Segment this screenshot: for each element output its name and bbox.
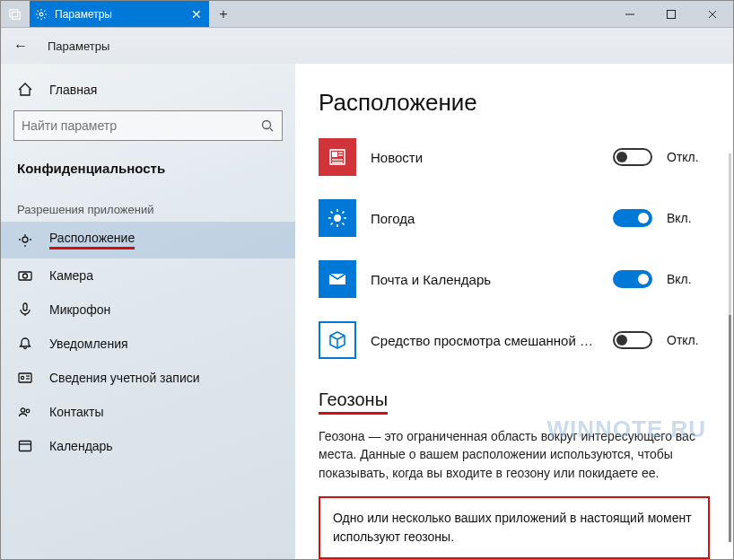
app-row-weather: Погода Вкл. <box>319 199 710 237</box>
minimize-button[interactable] <box>609 1 651 27</box>
scrollbar[interactable] <box>729 153 731 542</box>
sidebar-home-label: Главная <box>49 83 97 97</box>
location-icon <box>17 232 33 249</box>
geofence-description: Геозона — это ограниченная область вокру… <box>319 427 710 482</box>
sidebar-section: Разрешения приложений <box>1 196 295 222</box>
app-list: Новости Откл. Погода Вкл. Почта и Календ… <box>319 138 710 359</box>
sidebar-item-microphone[interactable]: Микрофон <box>1 293 295 327</box>
svg-point-14 <box>21 376 23 379</box>
geofence-title: Геозоны <box>319 389 388 415</box>
microphone-icon <box>17 302 33 318</box>
svg-rect-0 <box>10 9 18 16</box>
calendar-icon <box>17 438 33 454</box>
contacts-icon <box>17 404 33 420</box>
sidebar-item-contacts[interactable]: Контакты <box>1 395 295 429</box>
app-name: Погода <box>371 211 599 226</box>
svg-point-7 <box>263 121 271 129</box>
tabstrip: Параметры ✕ + <box>1 1 238 27</box>
svg-line-35 <box>331 223 333 224</box>
sidebar-item-label: Расположение <box>49 231 135 249</box>
toggle-mixed-reality[interactable] <box>613 331 652 349</box>
svg-point-11 <box>23 274 28 278</box>
tab-settings[interactable]: Параметры ✕ <box>30 1 209 27</box>
sidebar-item-calendar[interactable]: Календарь <box>1 429 295 463</box>
svg-point-2 <box>39 13 43 16</box>
task-view-icon[interactable] <box>1 1 30 27</box>
svg-rect-12 <box>23 303 27 311</box>
sidebar-item-account-info[interactable]: Сведения учетной записи <box>1 361 295 395</box>
gear-icon <box>35 8 48 21</box>
tab-close-icon[interactable]: ✕ <box>191 7 202 22</box>
camera-icon <box>17 267 33 284</box>
home-icon <box>17 82 33 98</box>
sidebar-item-label: Контакты <box>49 405 103 419</box>
app-name: Почта и Календарь <box>371 272 599 287</box>
sidebar-item-label: Камера <box>49 268 93 283</box>
toggle-state: Откл. <box>667 333 710 347</box>
bell-icon <box>17 336 33 352</box>
app-row-mail: Почта и Календарь Вкл. <box>319 260 710 298</box>
back-button[interactable]: ← <box>13 38 28 54</box>
sidebar: Главная Конфиденциальность Разрешения пр… <box>1 64 295 560</box>
page-title: Расположение <box>319 89 710 117</box>
search-field[interactable] <box>22 118 260 133</box>
svg-line-34 <box>342 212 344 214</box>
titlebar-spacer <box>238 1 609 27</box>
geofence-callout: Одно или несколько ваших приложений в на… <box>319 496 710 559</box>
svg-point-18 <box>26 409 30 413</box>
app-name: Новости <box>371 150 599 165</box>
sidebar-category: Конфиденциальность <box>1 152 295 176</box>
app-row-mixed-reality: Средство просмотра смешанной реальн... О… <box>319 321 710 359</box>
toggle-news[interactable] <box>613 148 652 166</box>
sidebar-item-notifications[interactable]: Уведомления <box>1 327 295 361</box>
new-tab-button[interactable]: + <box>209 1 238 27</box>
toggle-state: Вкл. <box>667 211 710 225</box>
svg-rect-4 <box>668 10 676 18</box>
svg-rect-19 <box>20 442 31 451</box>
app-tile-mail <box>319 260 356 298</box>
sidebar-item-camera[interactable]: Камера <box>1 258 295 293</box>
content: Расположение Новости Откл. Погода Вкл. П… <box>295 64 733 560</box>
toggle-state: Откл. <box>667 150 710 164</box>
close-button[interactable] <box>692 1 733 27</box>
sidebar-item-label: Сведения учетной записи <box>49 371 200 385</box>
maximize-button[interactable] <box>651 1 692 27</box>
app-row-news: Новости Откл. <box>319 138 710 176</box>
tab-label: Параметры <box>55 8 184 21</box>
app-tile-cube <box>319 321 356 359</box>
app-tile-news <box>319 138 356 176</box>
svg-point-9 <box>22 237 28 242</box>
svg-line-8 <box>270 128 273 131</box>
breadcrumb: ← Параметры <box>1 28 733 64</box>
sidebar-item-label: Микрофон <box>49 302 110 317</box>
app-tile-weather <box>319 199 356 237</box>
toggle-weather[interactable] <box>613 209 652 227</box>
toggle-mail[interactable] <box>613 270 652 288</box>
sidebar-home[interactable]: Главная <box>1 73 295 107</box>
sidebar-item-label: Уведомления <box>49 337 128 351</box>
svg-rect-22 <box>332 152 337 157</box>
search-input[interactable] <box>13 110 283 141</box>
app-name: Средство просмотра смешанной реальн... <box>371 333 599 348</box>
svg-rect-1 <box>13 12 21 19</box>
svg-point-17 <box>21 408 24 412</box>
svg-line-33 <box>342 223 344 224</box>
sidebar-item-location[interactable]: Расположение <box>1 222 295 258</box>
svg-line-32 <box>331 212 333 214</box>
toggle-state: Вкл. <box>667 272 710 286</box>
search-icon <box>260 118 275 133</box>
sidebar-item-label: Календарь <box>49 439 113 453</box>
breadcrumb-label: Параметры <box>48 39 109 53</box>
titlebar: Параметры ✕ + <box>1 1 733 28</box>
account-icon <box>17 370 33 386</box>
svg-point-27 <box>334 214 341 222</box>
